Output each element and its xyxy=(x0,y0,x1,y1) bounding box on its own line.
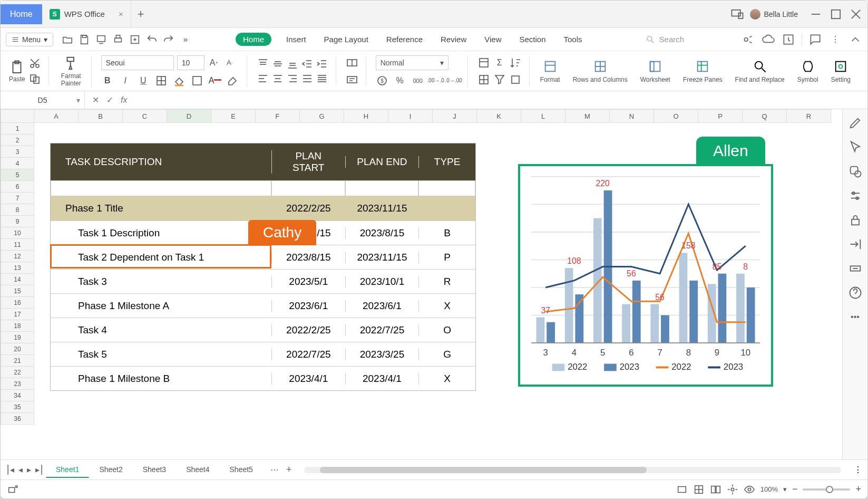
sheet-list-icon[interactable]: ⋯ xyxy=(270,465,279,475)
scrollbar-settings-icon[interactable]: ⋮ xyxy=(854,465,862,475)
column-header[interactable]: K xyxy=(477,109,521,123)
cancel-formula-icon[interactable]: ✕ xyxy=(92,95,99,105)
column-header[interactable]: H xyxy=(344,109,388,123)
undo-icon[interactable] xyxy=(146,34,158,45)
close-tab-icon[interactable]: × xyxy=(119,9,123,18)
phase-title[interactable]: Phase 1 Title xyxy=(51,203,271,214)
table-row[interactable]: Phase 1 Milestone A2023/6/12023/6/1X xyxy=(51,293,475,318)
italic-icon[interactable]: I xyxy=(119,74,132,87)
table-row[interactable]: Phase 1 Milestone B2023/4/12023/4/1X xyxy=(51,366,475,390)
align-right-icon[interactable] xyxy=(286,72,299,85)
select-all-corner[interactable] xyxy=(1,109,34,123)
ribbon-tab-home[interactable]: Home xyxy=(236,33,271,46)
column-header[interactable]: P xyxy=(698,109,743,123)
column-header[interactable]: D xyxy=(167,109,211,123)
zoom-slider[interactable] xyxy=(803,488,850,491)
chevron-down-icon[interactable]: ▾ xyxy=(76,96,80,104)
bold-icon[interactable]: B xyxy=(101,74,114,87)
chart-object[interactable]: 3710822056561588583456789102022202320222… xyxy=(518,164,773,387)
ribbon-tab-view[interactable]: View xyxy=(481,33,504,46)
collapse-ribbon-icon[interactable] xyxy=(849,33,862,46)
row-header[interactable]: 11 xyxy=(1,239,34,251)
print-icon[interactable] xyxy=(112,34,124,45)
row-header[interactable]: 6 xyxy=(1,181,34,193)
more-icon[interactable]: » xyxy=(180,34,191,45)
row-header[interactable]: 35 xyxy=(1,401,34,413)
row-header[interactable]: 3 xyxy=(1,146,34,158)
font-name-select[interactable] xyxy=(101,55,174,70)
eye-icon[interactable] xyxy=(744,484,755,495)
history-icon[interactable] xyxy=(782,33,795,46)
horizontal-scrollbar[interactable] xyxy=(304,467,841,473)
row-header[interactable]: 36 xyxy=(1,413,34,425)
row-header[interactable]: 12 xyxy=(1,251,34,262)
symbol-button[interactable]: Symbol xyxy=(793,59,823,83)
zoom-in-icon[interactable]: + xyxy=(855,484,861,495)
prev-sheet-icon[interactable]: ◂ xyxy=(18,465,23,475)
redo-icon[interactable] xyxy=(163,34,174,45)
edit-icon[interactable] xyxy=(848,116,863,130)
last-sheet-icon[interactable]: ▸⎮ xyxy=(35,465,44,475)
row-header[interactable]: 9 xyxy=(1,216,34,227)
row-header[interactable]: 2 xyxy=(1,135,34,146)
select-icon[interactable] xyxy=(848,140,863,155)
column-header[interactable]: Q xyxy=(743,109,787,123)
row-header[interactable]: 5 xyxy=(1,169,34,181)
user-profile[interactable]: Bella Little xyxy=(750,9,798,20)
justify-icon[interactable] xyxy=(301,72,314,85)
merge-icon[interactable] xyxy=(346,56,358,69)
reading-view-icon[interactable] xyxy=(676,484,688,495)
minimize-panel-icon[interactable] xyxy=(848,261,863,276)
row-header[interactable]: 18 xyxy=(1,320,34,332)
column-header[interactable]: N xyxy=(610,109,654,123)
add-sheet-icon[interactable]: + xyxy=(286,464,292,475)
minimize-button[interactable] xyxy=(808,7,823,22)
row-header[interactable]: 16 xyxy=(1,297,34,309)
row-header[interactable]: 20 xyxy=(1,343,34,355)
zoom-level[interactable]: 100% xyxy=(760,485,778,493)
column-header[interactable]: G xyxy=(300,109,344,123)
conditional-format-icon[interactable] xyxy=(477,56,490,69)
save-icon[interactable] xyxy=(79,34,90,45)
close-button[interactable] xyxy=(849,7,863,22)
column-header[interactable]: J xyxy=(433,109,477,123)
help-icon[interactable] xyxy=(848,285,863,300)
column-header[interactable]: F xyxy=(256,109,300,123)
search-box[interactable]: Search xyxy=(646,35,685,44)
accept-formula-icon[interactable]: ✓ xyxy=(106,95,113,105)
currency-icon[interactable]: $ xyxy=(376,74,388,87)
ribbon-tab-page-layout[interactable]: Page Layout xyxy=(321,33,372,46)
formula-input[interactable] xyxy=(134,91,867,109)
align-left-icon[interactable] xyxy=(257,72,269,85)
ribbon-tab-tools[interactable]: Tools xyxy=(561,33,586,46)
zoom-out-icon[interactable]: − xyxy=(792,484,798,495)
first-sheet-icon[interactable]: ⎮◂ xyxy=(6,465,14,475)
highlight-icon[interactable] xyxy=(227,74,239,87)
table-row[interactable]: Task 2 Dependent on Task 12023/8/152023/… xyxy=(51,245,475,269)
sheet-tab[interactable]: Sheet4 xyxy=(176,462,219,478)
column-header[interactable]: I xyxy=(388,109,433,123)
sheet-tab[interactable]: Sheet2 xyxy=(89,462,132,478)
normal-view-icon[interactable] xyxy=(693,484,705,495)
percent-icon[interactable]: % xyxy=(394,74,406,87)
open-icon[interactable] xyxy=(62,34,73,45)
row-header[interactable]: 15 xyxy=(1,285,34,297)
rows-cols-button[interactable]: Rows and Columns xyxy=(569,59,632,83)
increase-indent-icon[interactable] xyxy=(316,57,328,70)
filter-icon[interactable] xyxy=(493,73,506,86)
distribute-icon[interactable] xyxy=(316,72,328,85)
freeze-panes-button[interactable]: Freeze Panes xyxy=(679,59,727,83)
comma-icon[interactable]: 000 xyxy=(412,74,424,87)
ribbon-tab-insert[interactable]: Insert xyxy=(283,33,309,46)
number-format-select[interactable]: Normal▾ xyxy=(376,55,448,70)
table-format-icon[interactable] xyxy=(477,73,490,86)
kebab-icon[interactable]: ⋮ xyxy=(828,33,842,46)
row-header[interactable]: 19 xyxy=(1,332,34,343)
sheet-tab[interactable]: Sheet5 xyxy=(220,462,263,478)
cut-icon[interactable] xyxy=(28,57,41,70)
column-header[interactable]: O xyxy=(654,109,698,123)
increase-decimal-icon[interactable]: .00→.0 xyxy=(430,74,442,87)
name-box[interactable]: D5▾ xyxy=(1,91,85,109)
increase-font-icon[interactable]: A+ xyxy=(208,56,220,69)
row-header[interactable]: 4 xyxy=(1,158,34,169)
